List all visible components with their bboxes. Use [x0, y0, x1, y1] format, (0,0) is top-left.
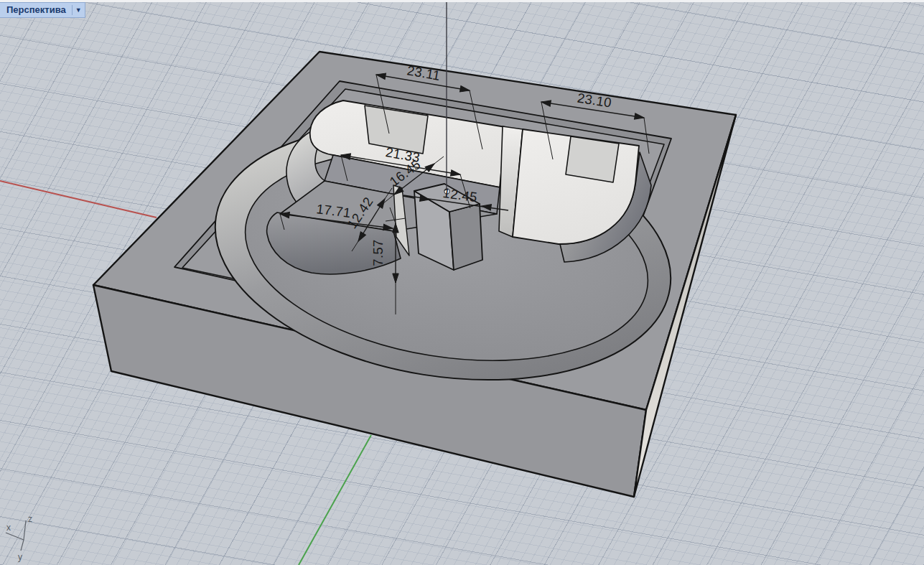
dim-text-7-57[interactable]: 7.57: [370, 239, 386, 266]
window-top-edge: [0, 0, 924, 2]
viewport-tab-label: Перспектива: [0, 4, 72, 17]
right-block-notch[interactable]: [566, 136, 619, 182]
viewport-canvas[interactable]: 23.11 23.10 21.33: [0, 0, 924, 565]
y-axis-line: [299, 435, 371, 565]
axis-gizmo: z x y: [6, 514, 32, 562]
gizmo-z-axis: [24, 520, 26, 540]
gizmo-z-label: z: [28, 514, 32, 524]
viewport-tab[interactable]: Перспектива ▼: [0, 2, 85, 18]
viewport-menu-arrow-icon[interactable]: ▼: [73, 6, 85, 14]
viewport[interactable]: Перспектива ▼: [0, 0, 924, 565]
gizmo-y-label: y: [18, 552, 22, 562]
x-axis-line: [0, 181, 157, 218]
gizmo-y-axis: [21, 540, 24, 551]
gizmo-x-axis: [6, 533, 24, 540]
gizmo-x-label: x: [6, 523, 11, 533]
post-right-face[interactable]: [449, 204, 482, 270]
